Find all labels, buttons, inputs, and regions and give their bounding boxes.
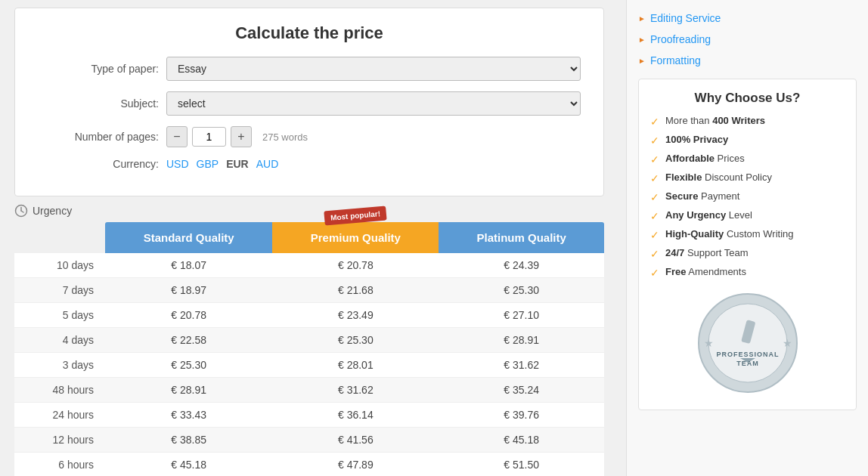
platinum-price: € 35.24 (439, 378, 604, 403)
premium-price: € 41.56 (272, 428, 439, 453)
type-of-paper-input: Essay Research Paper Term Paper (166, 57, 581, 81)
pages-label: Number of pages: (38, 131, 159, 143)
standard-price: € 28.91 (105, 378, 272, 403)
clock-icon (14, 204, 28, 218)
platinum-price: € 51.50 (439, 453, 604, 477)
currency-options-wrapper: USD GBP EUR AUD (166, 158, 581, 170)
table-row: 7 days€ 18.97€ 21.68€ 25.30 (14, 278, 604, 303)
row-label: 5 days (14, 303, 105, 328)
why-text-prices: Affordable Prices (665, 153, 745, 164)
standard-price: € 45.18 (105, 453, 272, 477)
pricing-header-row: Standard Quality Most popular! Premium Q… (14, 222, 604, 253)
why-text-privacy: 100% Privacy (665, 134, 728, 145)
why-item-amendments: ✓ Free Amendments (650, 266, 845, 279)
premium-price: € 47.89 (272, 453, 439, 477)
arrow-right-icon: ► (638, 57, 646, 65)
svg-text:PROFESSIONAL: PROFESSIONAL (716, 351, 779, 358)
increase-pages-button[interactable]: + (231, 126, 252, 147)
check-icon-quality: ✓ (650, 229, 659, 241)
why-text-writers: More than 400 Writers (665, 115, 765, 126)
currency-usd[interactable]: USD (166, 158, 189, 170)
check-icon-payment: ✓ (650, 191, 659, 203)
calculator-title: Calculate the price (38, 23, 581, 43)
pages-control: − + 275 words (166, 126, 581, 147)
sidebar: ► Editing Service ► Proofreading ► Forma… (626, 0, 868, 476)
sidebar-item-proofreading[interactable]: ► Proofreading (638, 29, 857, 50)
platinum-price: € 25.30 (439, 278, 604, 303)
type-of-paper-select[interactable]: Essay Research Paper Term Paper (166, 57, 581, 81)
platinum-price: € 28.91 (439, 328, 604, 353)
currency-eur[interactable]: EUR (226, 158, 249, 170)
row-label: 10 days (14, 253, 105, 278)
urgency-label: Urgency (33, 205, 72, 217)
platinum-price: € 39.76 (439, 403, 604, 428)
subject-row: Subject: select English Mathematics (38, 91, 581, 116)
standard-price: € 22.58 (105, 328, 272, 353)
standard-price: € 33.43 (105, 403, 272, 428)
pricing-table-head: Standard Quality Most popular! Premium Q… (14, 222, 604, 253)
urgency-col-header (14, 222, 105, 253)
row-label: 7 days (14, 278, 105, 303)
table-row: 48 hours€ 28.91€ 31.62€ 35.24 (14, 378, 604, 403)
sidebar-label-editing-service: Editing Service (650, 12, 721, 24)
svg-text:TEAM: TEAM (736, 360, 759, 367)
arrow-right-icon: ► (638, 14, 646, 23)
premium-price: € 21.68 (272, 278, 439, 303)
currency-aud[interactable]: AUD (256, 158, 279, 170)
calculator-box: Calculate the price Type of paper: Essay… (14, 8, 604, 196)
platinum-price: € 31.62 (439, 353, 604, 378)
premium-price: € 20.78 (272, 253, 439, 278)
premium-price: € 23.49 (272, 303, 439, 328)
why-text-support: 24/7 Support Team (665, 247, 749, 258)
urgency-header: Urgency (14, 204, 604, 218)
subject-select[interactable]: select English Mathematics (166, 91, 581, 116)
arrow-right-icon: ► (638, 36, 646, 44)
check-icon-discount: ✓ (650, 172, 659, 184)
premium-quality-header: Most popular! Premium Quality (272, 222, 439, 253)
table-row: 24 hours€ 33.43€ 36.14€ 39.76 (14, 403, 604, 428)
sidebar-item-formatting[interactable]: ► Formatting (638, 50, 857, 71)
why-choose-box: Why Choose Us? ✓ More than 400 Writers ✓… (638, 79, 857, 410)
sidebar-label-proofreading: Proofreading (650, 33, 711, 45)
why-item-payment: ✓ Secure Payment (650, 190, 845, 203)
currency-options: USD GBP EUR AUD (166, 158, 581, 170)
why-choose-title: Why Choose Us? (650, 91, 845, 106)
why-text-urgency: Any Urgency Level (665, 209, 752, 221)
check-icon-urgency: ✓ (650, 210, 659, 222)
sidebar-label-formatting: Formatting (650, 54, 701, 66)
why-item-discount: ✓ Flexible Discount Policy (650, 172, 845, 184)
standard-price: € 25.30 (105, 353, 272, 378)
subject-input: select English Mathematics (166, 91, 581, 116)
standard-price: € 18.97 (105, 278, 272, 303)
premium-price: € 28.01 (272, 353, 439, 378)
check-icon-prices: ✓ (650, 153, 659, 165)
platinum-price: € 45.18 (439, 428, 604, 453)
subject-label: Subject: (38, 97, 159, 110)
sidebar-item-editing-service[interactable]: ► Editing Service (638, 8, 857, 29)
standard-quality-header: Standard Quality (105, 222, 272, 253)
main-content: Calculate the price Type of paper: Essay… (0, 0, 626, 476)
words-label: 275 words (262, 131, 308, 143)
decrease-pages-button[interactable]: − (166, 126, 188, 147)
pages-control-wrapper: − + 275 words (166, 126, 581, 147)
pages-row: Number of pages: − + 275 words (38, 126, 581, 147)
currency-gbp[interactable]: GBP (197, 158, 219, 170)
table-row: 4 days€ 22.58€ 25.30€ 28.91 (14, 328, 604, 353)
why-text-discount: Flexible Discount Policy (665, 172, 772, 183)
professional-team-badge: ★ ★ PROFESSIONAL TEAM (650, 290, 845, 398)
table-row: 3 days€ 25.30€ 28.01€ 31.62 (14, 353, 604, 378)
svg-text:★: ★ (704, 337, 714, 349)
why-text-payment: Secure Payment (665, 190, 739, 202)
type-of-paper-row: Type of paper: Essay Research Paper Term… (38, 57, 581, 81)
why-text-amendments: Free Amendments (665, 266, 746, 277)
platinum-quality-header: Platinum Quality (439, 222, 604, 253)
platinum-price: € 24.39 (439, 253, 604, 278)
premium-price: € 36.14 (272, 403, 439, 428)
why-item-writers: ✓ More than 400 Writers (650, 115, 845, 128)
check-icon-support: ✓ (650, 248, 659, 260)
premium-price: € 31.62 (272, 378, 439, 403)
check-icon-privacy: ✓ (650, 134, 659, 147)
pages-number-input[interactable] (192, 127, 226, 147)
page-wrapper: Calculate the price Type of paper: Essay… (0, 0, 868, 476)
standard-price: € 38.85 (105, 428, 272, 453)
